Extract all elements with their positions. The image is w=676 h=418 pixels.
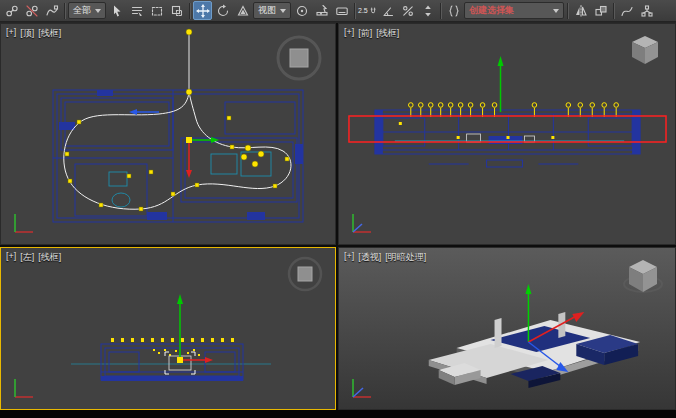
manipulate-icon xyxy=(315,4,329,18)
viewport-label: [+] [透视] [明暗处理] xyxy=(344,251,426,264)
select-by-name-icon xyxy=(130,4,144,18)
keyboard-icon xyxy=(335,4,349,18)
viewport-left[interactable]: [+] [左] [线框] xyxy=(0,247,336,410)
viewport-pov-menu[interactable]: [透视] xyxy=(358,251,381,264)
selection-filter-value: 全部 xyxy=(73,4,91,17)
unlink-selection-button[interactable] xyxy=(22,1,41,20)
axis-tripod-gizmo xyxy=(7,371,41,405)
selection-region-button[interactable] xyxy=(147,1,166,20)
curve-editor-icon xyxy=(620,4,634,18)
viewport-general-menu[interactable]: [+] xyxy=(344,27,354,40)
coordinate-system-value: 视图 xyxy=(258,4,276,17)
pivot-center-icon xyxy=(295,4,309,18)
coordinate-system-dropdown[interactable]: 视图 xyxy=(253,2,291,19)
chevron-down-icon xyxy=(553,9,559,13)
select-object-button[interactable] xyxy=(107,1,126,20)
viewport-perspective[interactable]: [+] [透视] [明暗处理] xyxy=(338,247,676,410)
magnet-icon xyxy=(369,5,377,17)
bind-to-spacewarp-button[interactable] xyxy=(42,1,61,20)
spinner-snap-icon xyxy=(421,4,435,18)
schematic-view-icon xyxy=(640,4,654,18)
viewport-front[interactable]: [+] [前] [线框] xyxy=(338,23,676,245)
named-sets-dropdown[interactable]: 创建选择集 xyxy=(464,2,564,19)
select-and-link-button[interactable] xyxy=(2,1,21,20)
mirror-button[interactable] xyxy=(571,1,590,20)
unlink-icon xyxy=(25,4,39,18)
toolbar-separator xyxy=(613,3,614,19)
edit-named-sets-icon xyxy=(447,4,461,18)
toolbar-separator xyxy=(64,3,65,19)
use-pivot-center-button[interactable] xyxy=(292,1,311,20)
schematic-view-button[interactable] xyxy=(637,1,656,20)
link-icon xyxy=(5,4,19,18)
select-and-manipulate-button[interactable] xyxy=(312,1,331,20)
viewcube[interactable] xyxy=(621,254,665,302)
align-icon xyxy=(594,4,608,18)
toolbar-separator xyxy=(189,3,190,19)
viewport-label: [+] [前] [线框] xyxy=(344,27,399,40)
angle-snap-icon xyxy=(381,4,395,18)
window-crossing-button[interactable] xyxy=(167,1,186,20)
select-and-move-button[interactable] xyxy=(193,1,212,20)
axis-tripod-gizmo xyxy=(345,371,379,405)
spacewarp-icon xyxy=(45,4,59,18)
viewport-pov-menu[interactable]: [左] xyxy=(20,251,34,264)
cursor-icon xyxy=(110,4,124,18)
toolbar-separator xyxy=(440,3,441,19)
viewport-shading-menu[interactable]: [线框] xyxy=(38,251,61,264)
status-strip xyxy=(0,410,676,418)
window-crossing-icon xyxy=(170,4,184,18)
viewport-general-menu[interactable]: [+] xyxy=(6,27,16,40)
select-and-scale-button[interactable] xyxy=(233,1,252,20)
percent-snap-button[interactable] xyxy=(398,1,417,20)
selection-filter-dropdown[interactable]: 全部 xyxy=(68,2,106,19)
viewport-top[interactable]: [+] [顶] [线框] xyxy=(0,23,336,245)
viewport-shading-menu[interactable]: [线框] xyxy=(38,27,61,40)
viewport-grid: [+] [顶] [线框] xyxy=(0,23,676,410)
axis-tripod-gizmo xyxy=(7,206,41,240)
main-toolbar: 全部 xyxy=(0,0,676,22)
keyboard-override-button[interactable] xyxy=(332,1,351,20)
3d-app-window: 全部 xyxy=(0,0,676,418)
viewport-shading-menu[interactable]: [明暗处理] xyxy=(385,251,426,264)
rotate-icon xyxy=(216,4,230,18)
viewport-label: [+] [左] [线框] xyxy=(6,251,61,264)
viewcube[interactable] xyxy=(285,254,325,294)
viewport-general-menu[interactable]: [+] xyxy=(6,251,16,264)
mirror-icon xyxy=(574,4,588,18)
toolbar-separator xyxy=(354,3,355,19)
scale-icon xyxy=(236,4,250,18)
viewport-label: [+] [顶] [线框] xyxy=(6,27,61,40)
snaps-mode-label: 2.5 xyxy=(358,7,368,14)
angle-snap-button[interactable] xyxy=(378,1,397,20)
select-and-rotate-button[interactable] xyxy=(213,1,232,20)
chevron-down-icon xyxy=(95,9,101,13)
snaps-toggle-button[interactable]: 2.5 xyxy=(358,1,377,20)
toolbar-separator xyxy=(567,3,568,19)
percent-snap-icon xyxy=(401,4,415,18)
align-button[interactable] xyxy=(591,1,610,20)
move-icon xyxy=(196,4,210,18)
edit-named-sets-button[interactable] xyxy=(444,1,463,20)
viewcube[interactable] xyxy=(273,32,325,84)
spinner-snap-button[interactable] xyxy=(418,1,437,20)
axis-tripod-gizmo xyxy=(345,206,379,240)
curve-editor-button[interactable] xyxy=(617,1,636,20)
viewcube[interactable] xyxy=(625,30,665,70)
viewport-pov-menu[interactable]: [顶] xyxy=(20,27,34,40)
rectangular-region-icon xyxy=(150,4,164,18)
chevron-down-icon xyxy=(280,9,286,13)
select-by-name-button[interactable] xyxy=(127,1,146,20)
viewport-general-menu[interactable]: [+] xyxy=(344,251,354,264)
viewport-shading-menu[interactable]: [线框] xyxy=(376,27,399,40)
viewport-pov-menu[interactable]: [前] xyxy=(358,27,372,40)
named-sets-value: 创建选择集 xyxy=(469,4,514,17)
